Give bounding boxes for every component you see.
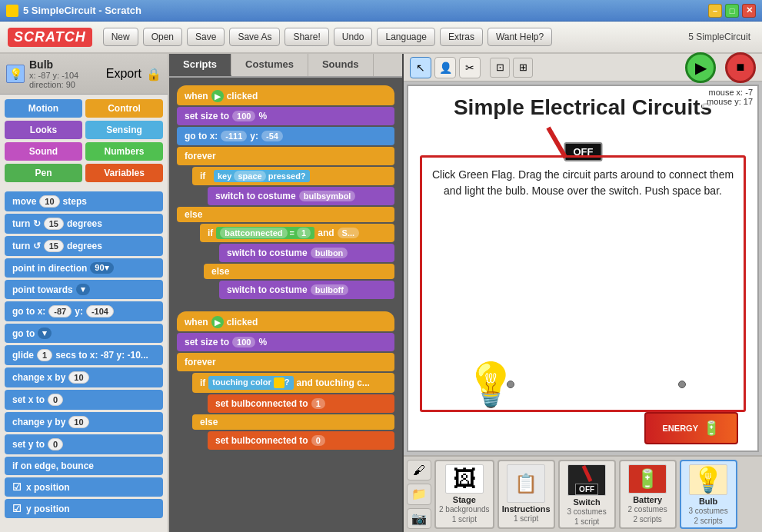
title-bar: 5 SimpleCircuit - Scratch – □ ✕	[0, 0, 762, 22]
if-battconnected[interactable]: if battconnected = 1 and S...	[200, 224, 394, 242]
extras-button[interactable]: Extras	[440, 28, 483, 46]
block-change-y[interactable]: change y by 10	[5, 412, 163, 432]
block-set-y[interactable]: set y to 0	[5, 434, 163, 454]
category-control[interactable]: Control	[85, 99, 163, 118]
share-button[interactable]: Share!	[285, 28, 328, 46]
stamp-tool[interactable]: ✂	[459, 57, 481, 78]
export-button[interactable]: Export	[106, 67, 141, 81]
scripts-area[interactable]: when ▶ clicked set size to 100 % go to x…	[169, 78, 402, 532]
select-tool[interactable]: ↖	[410, 57, 431, 78]
forever-block-1[interactable]: forever	[177, 147, 394, 165]
sprite-thumb-stage: 🖼	[445, 464, 484, 494]
undo-button[interactable]: Undo	[334, 28, 373, 46]
person-tool[interactable]: 👤	[434, 57, 456, 78]
set-size-block-2[interactable]: set size to 100 %	[177, 333, 394, 351]
set-bulbconnected-0[interactable]: set bulbconnected to 0	[208, 431, 394, 450]
category-sound[interactable]: Sound	[5, 142, 82, 161]
mouse-x: mouse x: -7	[707, 88, 753, 97]
block-glide[interactable]: glide 1 secs to x: -87 y: -10...	[5, 345, 163, 365]
stop-button[interactable]: ■	[725, 52, 756, 83]
stage-area[interactable]: Simple Electrical Circuits OFF Click Gre…	[407, 85, 759, 452]
mouse-y: mouse y: 17	[707, 97, 753, 106]
script-group-2: when ▶ clicked set size to 100 % forever…	[177, 311, 394, 450]
save-as-button[interactable]: Save As	[229, 28, 280, 46]
sprite-card-bulb[interactable]: 💡 Bulb 3 costumes2 scripts	[680, 460, 737, 529]
category-numbers[interactable]: Numbers	[85, 142, 163, 161]
switch-costume-bulboff[interactable]: switch to costume bulboff	[219, 281, 394, 299]
window-title: 5 SimpleCircuit - Scratch	[23, 5, 141, 16]
when-clicked-hat-1[interactable]: when ▶ clicked	[177, 85, 394, 105]
block-goto[interactable]: go to ▾	[5, 324, 163, 343]
block-point-direction[interactable]: point in direction 90▾	[5, 258, 163, 278]
block-turn-ccw[interactable]: turn ↺ 15 degrees	[5, 236, 163, 256]
blocks-panel: 💡 Bulb x: -87 y: -104 direction: 90 Expo…	[0, 54, 169, 532]
block-y-position[interactable]: ☑ y position	[5, 499, 163, 518]
stage-shrink-icon[interactable]: ⊡	[490, 58, 510, 78]
camera-sprite-button[interactable]: 📷	[407, 508, 431, 529]
close-button[interactable]: ✕	[742, 4, 756, 18]
sprite-card-stage[interactable]: 🖼 Stage 2 backgrounds1 script	[434, 460, 494, 529]
sprite-info-battery: 2 costumes2 scripts	[628, 504, 667, 524]
circuit-dot-2	[678, 381, 686, 388]
sprite-name-bulb: Bulb	[699, 497, 717, 506]
sprite-thumb-battery: 🔋	[628, 464, 667, 494]
sprite-thumbnail: 💡	[6, 65, 25, 83]
category-pen[interactable]: Pen	[5, 164, 82, 182]
switch-costume-bulbon[interactable]: switch to costume bulbon	[219, 244, 394, 262]
tab-costumes[interactable]: Costumes	[231, 54, 308, 76]
sprite-card-switch[interactable]: OFF Switch 3 costumes1 script	[558, 460, 616, 529]
mouse-coordinates: mouse x: -7 mouse y: 17	[702, 86, 757, 108]
save-button[interactable]: Save	[187, 28, 225, 46]
open-button[interactable]: Open	[143, 28, 182, 46]
else-block-3: else	[192, 414, 394, 430]
category-motion[interactable]: Motion	[5, 99, 82, 118]
sprite-info-stage: 2 backgrounds1 script	[439, 504, 490, 524]
app-icon	[6, 5, 18, 17]
block-move[interactable]: move 10 steps	[5, 191, 163, 211]
tab-scripts[interactable]: Scripts	[169, 54, 231, 76]
block-set-x[interactable]: set x to 0	[5, 390, 163, 410]
category-variables[interactable]: Variables	[85, 164, 163, 182]
switch-costume-bulbsymbol[interactable]: switch to costume bulbsymbol	[208, 187, 394, 205]
circuit-border: Click Green Flag. Drag the circuit parts…	[420, 155, 746, 412]
block-goto-xy[interactable]: go to x: -87 y: -104	[5, 301, 163, 321]
go-button[interactable]: ▶	[685, 52, 716, 83]
paint-sprite-button[interactable]: 🖌	[407, 460, 431, 480]
language-button[interactable]: Language	[377, 28, 434, 46]
if-touching-color[interactable]: if touching color ? and touching c...	[192, 373, 394, 393]
block-edge-bounce[interactable]: if on edge, bounce	[5, 457, 163, 475]
block-change-x[interactable]: change x by 10	[5, 367, 163, 387]
sprite-info-instructions: 1 script	[514, 514, 538, 524]
minimize-button[interactable]: –	[708, 4, 722, 18]
category-looks[interactable]: Looks	[5, 121, 82, 139]
sprite-card-instructions[interactable]: 📋 Instructions 1 script	[497, 460, 555, 529]
set-size-block-1[interactable]: set size to 100 %	[177, 107, 394, 125]
stage-size-icons: ⊡ ⊞	[490, 58, 533, 78]
project-name: 5 SimpleCircuit	[688, 32, 750, 42]
sprite-name: Bulb	[29, 58, 101, 71]
block-turn-cw[interactable]: turn ↻ 15 degrees	[5, 214, 163, 234]
sprites-list: 🖼 Stage 2 backgrounds1 script 📋 Instruct…	[434, 460, 759, 529]
category-sensing[interactable]: Sensing	[85, 121, 163, 139]
tab-sounds[interactable]: Sounds	[308, 54, 374, 76]
block-x-position[interactable]: ☑ x position	[5, 477, 163, 497]
sprite-position: x: -87 y: -104 direction: 90	[29, 71, 101, 89]
sprite-header: 💡 Bulb x: -87 y: -104 direction: 90 Expo…	[0, 54, 168, 95]
stage-expand-icon[interactable]: ⊞	[513, 58, 533, 78]
sprite-name-battery: Battery	[633, 495, 662, 504]
stage-toolbar: ↖ 👤 ✂ ⊡ ⊞ ▶ ■	[404, 54, 762, 81]
circuit-dot-1	[507, 381, 514, 388]
circuit-instructions: Click Green Flag. Drag the circuit parts…	[422, 158, 744, 208]
sprite-card-battery[interactable]: 🔋 Battery 2 costumes2 scripts	[619, 460, 677, 529]
set-bulbconnected-1[interactable]: set bulbconnected to 1	[208, 394, 394, 413]
sprite-info-panel: Bulb x: -87 y: -104 direction: 90	[29, 58, 101, 89]
maximize-button[interactable]: □	[725, 4, 739, 18]
goto-xy-block-1[interactable]: go to x: -111 y: -54	[177, 127, 394, 145]
folder-sprite-button[interactable]: 📁	[407, 484, 431, 504]
forever-block-2[interactable]: forever	[177, 353, 394, 371]
new-button[interactable]: New	[103, 28, 138, 46]
help-button[interactable]: Want Help?	[487, 28, 552, 46]
when-clicked-hat-2[interactable]: when ▶ clicked	[177, 311, 394, 331]
block-point-towards[interactable]: point towards ▾	[5, 280, 163, 299]
if-block-key[interactable]: if key space pressed?	[192, 167, 394, 185]
